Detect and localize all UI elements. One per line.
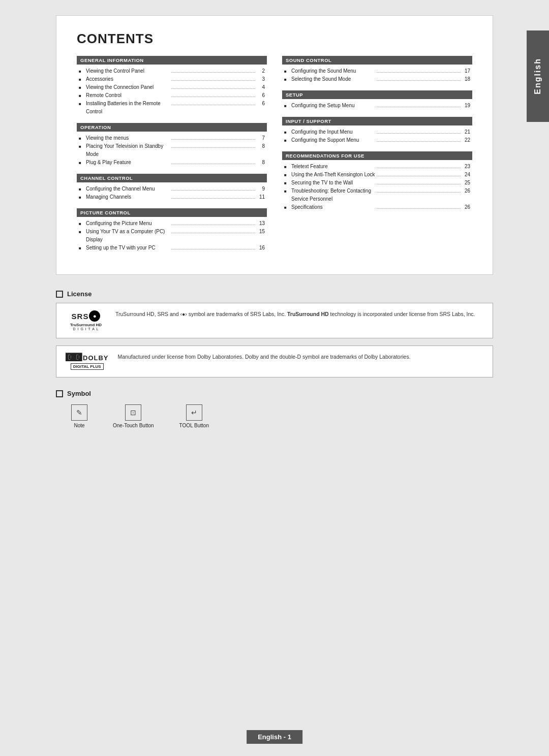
toc-item-text: Using the Anti-Theft Kensington Lock bbox=[291, 171, 375, 179]
symbol-heading-text: Symbol bbox=[67, 390, 91, 397]
toc-section: GENERAL INFORMATION■Viewing the Control … bbox=[77, 56, 267, 116]
toc-page: 6 bbox=[257, 91, 265, 100]
toc-item-text: Teletext Feature bbox=[291, 163, 375, 171]
toc-bullet: ■ bbox=[79, 245, 85, 252]
toc-right-column: SOUND CONTROL■Configuring the Sound Menu… bbox=[282, 56, 472, 259]
toc-bullet: ■ bbox=[79, 85, 85, 91]
toc-bullet: ■ bbox=[284, 77, 290, 83]
srs-license-text: TruSurround HD, SRS and ‹●› symbol are t… bbox=[115, 310, 475, 319]
toc-bullet: ■ bbox=[284, 180, 290, 187]
symbol-icon: ⊡ bbox=[125, 404, 141, 421]
toc-page: 17 bbox=[462, 67, 470, 75]
toc-item: ■Placing Your Television in Standby Mode… bbox=[77, 142, 267, 159]
toc-bullet: ■ bbox=[79, 195, 85, 201]
symbol-item: ⊡One-Touch Button bbox=[113, 404, 154, 428]
toc-bullet: ■ bbox=[284, 130, 290, 136]
toc-item: ■Securing the TV to the Wall25 bbox=[282, 179, 472, 187]
srs-digital-text: D I G I T A L bbox=[73, 327, 99, 331]
symbol-icon: ↵ bbox=[186, 404, 202, 421]
toc-item-text: Placing Your Television in Standby Mode bbox=[86, 142, 170, 159]
toc-dots bbox=[171, 198, 255, 199]
toc-bullet: ■ bbox=[79, 77, 85, 83]
srs-text-bold: TruSurround HD bbox=[287, 311, 329, 317]
footer-bar: English - 1 bbox=[247, 733, 302, 741]
toc-section-header: INPUT / SUPPORT bbox=[282, 117, 472, 125]
toc-section: SETUP■Configuring the Setup Menu19 bbox=[282, 90, 472, 110]
toc-item: ■Specifications26 bbox=[282, 203, 472, 211]
toc-item-text: Viewing the menus bbox=[86, 134, 170, 142]
footer-badge: English - 1 bbox=[247, 730, 302, 744]
toc-page: 7 bbox=[257, 134, 265, 142]
toc-page: 6 bbox=[257, 100, 265, 108]
toc-item-text: Plug & Play Feature bbox=[86, 159, 170, 167]
symbol-checkbox-icon bbox=[56, 390, 63, 397]
toc-section-header: SOUND CONTROL bbox=[282, 56, 472, 65]
toc-section-header: SETUP bbox=[282, 90, 472, 99]
dolby-logo-text: DOLBY bbox=[83, 354, 109, 362]
toc-bullet: ■ bbox=[79, 69, 85, 75]
toc-bullet: ■ bbox=[284, 138, 290, 144]
toc-item: ■Configuring the Channel Menu9 bbox=[77, 185, 267, 193]
toc-page: 15 bbox=[257, 228, 265, 236]
toc-page: 26 bbox=[462, 187, 470, 195]
toc-item-text: Configuring the Input Menu bbox=[291, 128, 375, 136]
toc-item-text: Remote Control bbox=[86, 91, 170, 100]
srs-circle-icon: ● bbox=[89, 310, 100, 322]
toc-page: 2 bbox=[257, 67, 265, 75]
toc-item: ■Installing Batteries in the Remote Cont… bbox=[77, 100, 267, 116]
toc-item-text: Configuring the Sound Menu bbox=[291, 67, 375, 75]
toc-item-text: Configuring the Picture Menu bbox=[86, 219, 170, 228]
toc-page: 4 bbox=[257, 83, 265, 91]
toc-bullet: ■ bbox=[284, 188, 290, 195]
toc-bullet: ■ bbox=[79, 93, 85, 100]
toc-section: SOUND CONTROL■Configuring the Sound Menu… bbox=[282, 56, 472, 83]
toc-page: 8 bbox=[257, 142, 265, 150]
toc-dots bbox=[377, 107, 461, 107]
toc-bullet: ■ bbox=[79, 229, 85, 236]
toc-section-header: PICTURE CONTROL bbox=[77, 208, 267, 217]
toc-item: ■Plug & Play Feature8 bbox=[77, 159, 267, 167]
toc-section: PICTURE CONTROL■Configuring the Picture … bbox=[77, 208, 267, 252]
toc-section-header: CHANNEL CONTROL bbox=[77, 174, 267, 182]
toc-dots bbox=[171, 249, 255, 249]
toc-item: ■Viewing the menus7 bbox=[77, 134, 267, 142]
dolby-sub-text: DIGITAL PLUS bbox=[71, 363, 104, 370]
symbol-item: ↵TOOL Button bbox=[179, 404, 209, 428]
dolby-logo: 🅳🅳 DOLBY DIGITAL PLUS bbox=[66, 353, 109, 370]
toc-page: 24 bbox=[462, 171, 470, 179]
toc-item: ■Viewing the Control Panel2 bbox=[77, 67, 267, 75]
srs-sub-text: TruSurround HD bbox=[70, 323, 102, 327]
toc-dots bbox=[171, 97, 255, 97]
toc-bullet: ■ bbox=[79, 136, 85, 142]
toc-item-text: Troubleshooting: Before Contacting Servi… bbox=[291, 187, 375, 203]
dolby-license-text: Manufactured under license from Dolby La… bbox=[118, 353, 411, 361]
toc-section-header: GENERAL INFORMATION bbox=[77, 56, 267, 65]
toc-item: ■Teletext Feature23 bbox=[282, 163, 472, 171]
toc-item: ■Accessories3 bbox=[77, 75, 267, 83]
toc-section-header: RECOMMENDATIONS FOR USE bbox=[282, 151, 472, 160]
toc-dots bbox=[377, 184, 461, 184]
toc-bullet: ■ bbox=[284, 164, 290, 171]
toc-item-text: Viewing the Connection Panel bbox=[86, 83, 170, 91]
toc-bullet: ■ bbox=[284, 69, 290, 75]
toc-dots bbox=[377, 133, 461, 134]
symbol-heading: Symbol bbox=[56, 390, 493, 397]
toc-page: 13 bbox=[257, 219, 265, 228]
toc-dots bbox=[171, 147, 255, 148]
toc-dots bbox=[171, 72, 255, 73]
symbol-row: ✎Note⊡One-Touch Button↵TOOL Button bbox=[56, 404, 493, 428]
srs-logo-text: SRS bbox=[72, 312, 89, 321]
toc-bullet: ■ bbox=[79, 101, 85, 108]
toc-item-text: Setting up the TV with your PC bbox=[86, 244, 170, 252]
toc-dots bbox=[377, 80, 461, 81]
toc-grid: GENERAL INFORMATION■Viewing the Control … bbox=[77, 56, 472, 259]
toc-dots bbox=[377, 192, 461, 193]
toc-dots bbox=[377, 168, 461, 168]
toc-section: RECOMMENDATIONS FOR USE■Teletext Feature… bbox=[282, 151, 472, 211]
toc-dots bbox=[171, 225, 255, 225]
toc-dots bbox=[171, 233, 255, 233]
srs-license-box: SRS ● TruSurround HD D I G I T A L TruSu… bbox=[56, 303, 493, 338]
toc-page: 21 bbox=[462, 128, 470, 136]
toc-page: 23 bbox=[462, 163, 470, 171]
toc-item-text: Configuring the Channel Menu bbox=[86, 185, 170, 193]
